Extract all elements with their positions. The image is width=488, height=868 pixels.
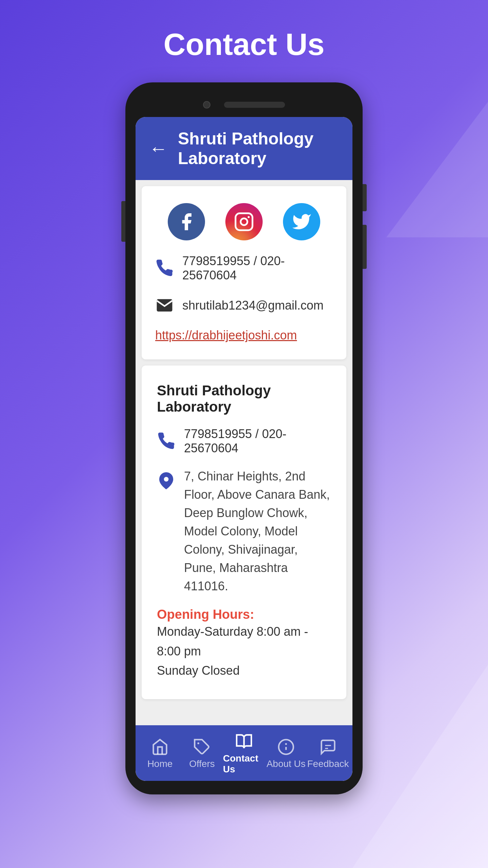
nav-item-about-us[interactable]: About Us bbox=[265, 738, 307, 769]
location-icon bbox=[157, 469, 176, 493]
opening-hours-section: Opening Hours: Monday-Saturday 8:00 am -… bbox=[157, 607, 331, 680]
email-address: shrutilab1234@gmail.com bbox=[182, 298, 324, 313]
instagram-icon bbox=[234, 212, 254, 232]
lab-name: Shruti Pathology Laboratory bbox=[157, 382, 331, 415]
nav-label-offers: Offers bbox=[189, 758, 215, 769]
svg-point-3 bbox=[164, 477, 169, 482]
info-card: Shruti Pathology Laboratory 7798519955 /… bbox=[142, 366, 346, 699]
hours-line2: Sunday Closed bbox=[157, 664, 240, 677]
nav-label-feedback: Feedback bbox=[307, 758, 349, 769]
back-button[interactable]: ← bbox=[149, 139, 168, 158]
phone-side-button-top bbox=[363, 184, 367, 211]
nav-label-home: Home bbox=[147, 758, 173, 769]
app-body: 7798519955 / 020-25670604 shrutilab1234@… bbox=[136, 180, 352, 725]
feedback-icon bbox=[319, 738, 337, 756]
social-card: 7798519955 / 020-25670604 shrutilab1234@… bbox=[142, 186, 346, 359]
phone-frame: ← Shruti Pathology Laboratory bbox=[125, 82, 363, 794]
page-title: Contact Us bbox=[163, 27, 324, 62]
hours-line1: Monday-Saturday 8:00 am - 8:00 pm bbox=[157, 625, 308, 658]
social-icons-row bbox=[168, 203, 320, 240]
phone-side-button-bottom bbox=[363, 225, 367, 269]
svg-rect-0 bbox=[236, 213, 252, 230]
address-row: 7, Chinar Heights, 2nd Floor, Above Cana… bbox=[157, 467, 331, 595]
nav-item-contact-us[interactable]: Contact Us bbox=[223, 733, 265, 775]
address-text: 7, Chinar Heights, 2nd Floor, Above Cana… bbox=[184, 467, 331, 595]
info-phone-row: 7798519955 / 020-25670604 bbox=[157, 427, 331, 455]
twitter-icon bbox=[291, 212, 312, 232]
nav-item-offers[interactable]: Offers bbox=[181, 738, 223, 769]
facebook-button[interactable] bbox=[168, 203, 205, 240]
email-icon bbox=[155, 296, 174, 315]
facebook-icon bbox=[176, 212, 197, 232]
app-header-title: Shruti Pathology Laboratory bbox=[178, 129, 339, 168]
phone-side-button-left bbox=[121, 201, 125, 242]
phone-speaker bbox=[224, 102, 285, 108]
info-phone-icon bbox=[157, 432, 176, 451]
nav-item-feedback[interactable]: Feedback bbox=[307, 738, 349, 769]
app-header: ← Shruti Pathology Laboratory bbox=[136, 117, 352, 180]
phone-camera bbox=[203, 101, 210, 108]
bottom-nav: Home Offers Contact Us bbox=[136, 725, 352, 781]
phone-row: 7798519955 / 020-25670604 bbox=[155, 254, 333, 282]
nav-label-about-us: About Us bbox=[266, 758, 305, 769]
nav-label-contact-us: Contact Us bbox=[223, 753, 265, 775]
phone-number: 7798519955 / 020-25670604 bbox=[182, 254, 333, 282]
phone-top-bar bbox=[136, 96, 352, 117]
opening-hours-label: Opening Hours: bbox=[157, 607, 254, 622]
website-link[interactable]: https://drabhijeetjoshi.com bbox=[155, 328, 297, 342]
info-phone-number: 7798519955 / 020-25670604 bbox=[184, 427, 331, 455]
offers-icon bbox=[193, 738, 211, 756]
email-row: shrutilab1234@gmail.com bbox=[155, 296, 333, 315]
phone-icon bbox=[155, 259, 174, 278]
nav-item-home[interactable]: Home bbox=[139, 738, 181, 769]
twitter-button[interactable] bbox=[283, 203, 320, 240]
app-content: ← Shruti Pathology Laboratory bbox=[136, 117, 352, 781]
about-us-icon bbox=[277, 738, 295, 756]
svg-point-1 bbox=[241, 218, 247, 225]
svg-point-2 bbox=[248, 216, 250, 218]
home-icon bbox=[151, 738, 169, 756]
hours-text: Monday-Saturday 8:00 am - 8:00 pm Sunday… bbox=[157, 622, 331, 680]
instagram-button[interactable] bbox=[225, 203, 263, 240]
contact-us-icon bbox=[235, 733, 253, 750]
